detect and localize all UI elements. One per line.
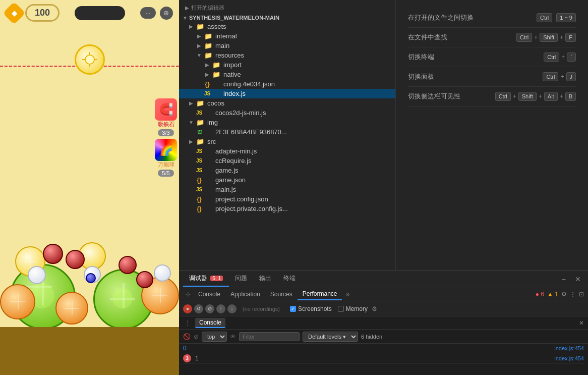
- cherry-1: [43, 244, 63, 264]
- cmd-label-1: 在文件中查找: [408, 33, 447, 42]
- open-editors-label: ▶ 打开的编辑器: [179, 2, 395, 14]
- more-tabs-button[interactable]: »: [342, 289, 354, 300]
- devtools-top-bar: 调试器 6, 1 问题 输出 终端 − ✕: [179, 271, 588, 287]
- panel-tab-performance[interactable]: Performance: [298, 288, 342, 300]
- tree-index-js[interactable]: JSindex.js: [179, 89, 395, 98]
- tree-ccrequire[interactable]: JSccRequire.js: [179, 156, 395, 166]
- console-tab-label[interactable]: Console: [195, 318, 225, 328]
- download-button[interactable]: ↓: [227, 304, 237, 313]
- tree-gamejs[interactable]: JSgame.js: [179, 166, 395, 175]
- console-toolbar: ⋮ Console ✕: [179, 316, 588, 330]
- warn-count-badge: ▲ 1: [547, 291, 558, 298]
- ice-ball-1: [28, 266, 46, 284]
- devtools-window-controls: − ✕: [559, 274, 584, 284]
- memory-option: Memory: [338, 305, 368, 312]
- file-tree: ▶ 打开的编辑器 ▼ SYNTHESIS_WATERMELON-MAIN ▶📁a…: [179, 0, 396, 270]
- reload-record-button[interactable]: ↺: [194, 304, 203, 313]
- panel-tab-console[interactable]: Console: [193, 289, 225, 300]
- tab-output[interactable]: 输出: [253, 271, 277, 287]
- magnet-item[interactable]: 🧲 吸铁石 3/3: [155, 98, 177, 136]
- falling-lemon: [75, 44, 105, 75]
- devtools-panel: 调试器 6, 1 问题 输出 终端 − ✕ ⊹ Console: [179, 270, 588, 375]
- tab-terminal[interactable]: 终端: [277, 271, 302, 287]
- log-link-0[interactable]: index.js:454: [554, 345, 584, 351]
- cherry-2: [66, 250, 85, 269]
- console-filter-icon[interactable]: ⊘: [194, 333, 199, 340]
- close-console-button[interactable]: ✕: [579, 319, 584, 327]
- panel-tab-sources[interactable]: Sources: [265, 289, 298, 300]
- detach-icon[interactable]: ⊡: [579, 291, 584, 298]
- cherry-3: [119, 256, 137, 274]
- cursor-icon[interactable]: ⊹: [183, 291, 193, 298]
- eye-icon[interactable]: 👁: [230, 333, 236, 340]
- dots-button[interactable]: ···: [140, 7, 156, 19]
- console-filter-bar: 🚫 ⊘ top 👁 Default levels ▾ 6 hidden: [179, 330, 588, 344]
- cmd-find-file: 在文件中查找 Ctrl + Shift + F: [408, 28, 576, 47]
- tree-mainjs[interactable]: JSmain.js: [179, 185, 395, 194]
- cmd-label-0: 在打开的文件之间切换: [408, 13, 474, 22]
- orange-left: [0, 284, 35, 319]
- fruits-area: [0, 178, 179, 330]
- memory-checkbox[interactable]: [338, 306, 344, 312]
- upload-button[interactable]: ↑: [216, 304, 225, 313]
- log-link-1[interactable]: index.js:454: [554, 355, 584, 361]
- file-explorer: ▶ 打开的编辑器 ▼ SYNTHESIS_WATERMELON-MAIN ▶📁a…: [179, 0, 588, 270]
- cmd-shortcut-0: Ctrl 1 ~ 9: [537, 13, 576, 22]
- perf-settings-icon[interactable]: ⚙: [372, 305, 377, 312]
- screenshots-label: Screenshots: [298, 305, 332, 312]
- tree-img-file[interactable]: 🖼2F3E6B8A4BE936870...: [179, 127, 395, 137]
- tree-assets[interactable]: ▶📁assets: [179, 22, 395, 31]
- score-value: 100: [35, 8, 50, 18]
- rainbow-item[interactable]: 🌈 万能球 5/5: [155, 139, 177, 177]
- panel-tab-application[interactable]: Application: [225, 289, 265, 300]
- memory-label: Memory: [346, 305, 368, 312]
- cherry-4: [136, 271, 153, 288]
- tree-gamejson[interactable]: {}game.json: [179, 175, 395, 185]
- tree-projectprivate[interactable]: {}project.private.config.js...: [179, 204, 395, 213]
- tree-adapter[interactable]: JSadapter-min.js: [179, 146, 395, 156]
- minimize-button[interactable]: −: [559, 274, 569, 284]
- context-selector[interactable]: top: [202, 332, 227, 342]
- orange-mid: [55, 292, 88, 325]
- log-row-1: 3 1 index.js:454: [183, 353, 584, 364]
- rainbow-label: 万能球: [158, 161, 174, 169]
- error-count-badge: ● 6: [536, 291, 544, 298]
- circle-button[interactable]: ⊕: [160, 7, 173, 20]
- close-devtools-button[interactable]: ✕: [572, 274, 584, 284]
- tree-img[interactable]: ▼📁img: [179, 118, 395, 127]
- log-num-badge-1: 3: [183, 354, 191, 362]
- tree-native[interactable]: ▶📁native: [179, 70, 395, 79]
- tree-main-folder[interactable]: ▶📁main: [179, 41, 395, 50]
- record-button[interactable]: ●: [183, 304, 192, 313]
- tree-src[interactable]: ▶📁src: [179, 137, 395, 146]
- settings-icon[interactable]: ⚙: [561, 291, 567, 298]
- stop-button[interactable]: ⊘: [205, 304, 214, 313]
- console-menu-icon[interactable]: ⋮: [183, 318, 192, 328]
- filter-input[interactable]: [239, 332, 300, 341]
- tree-import[interactable]: ▶📁import: [179, 60, 395, 70]
- root-folder[interactable]: ▼ SYNTHESIS_WATERMELON-MAIN: [179, 14, 395, 22]
- tree-internal[interactable]: ▶📁internal: [179, 31, 395, 41]
- tab-debugger[interactable]: 调试器 6, 1: [183, 271, 229, 287]
- phone-notch: [75, 6, 125, 20]
- magnet-label: 吸铁石: [158, 121, 174, 128]
- screenshots-checkbox[interactable]: ✓: [290, 306, 296, 312]
- console-clear-icon[interactable]: 🚫: [183, 333, 191, 340]
- tab-issues[interactable]: 问题: [229, 271, 253, 287]
- cmd-label-2: 切换终端: [408, 52, 434, 62]
- devtools-panels-bar: ⊹ Console Application Sources Performanc…: [179, 287, 588, 301]
- tree-resources[interactable]: ▼📁resources: [179, 50, 395, 60]
- cmd-switch-files: 在打开的文件之间切换 Ctrl 1 ~ 9: [408, 8, 576, 28]
- log-levels-selector[interactable]: Default levels ▾: [303, 332, 358, 342]
- tree-cocos2d[interactable]: JScocos2d-js-min.js: [179, 108, 395, 118]
- tree-projectconfig[interactable]: {}project.config.json: [179, 194, 395, 204]
- game-top-bar: ◆ 100 ··· ⊕: [0, 0, 179, 26]
- tree-config-json[interactable]: {}config.4e034.json: [179, 79, 395, 89]
- more-options-icon[interactable]: ⋮: [570, 291, 576, 298]
- top-controls: ··· ⊕: [140, 7, 173, 20]
- game-panel: ◆ 100 ··· ⊕ 🧲 吸铁石 3/3 🌈 万能球 5/5: [0, 0, 179, 375]
- tree-cocos[interactable]: ▶📁cocos: [179, 98, 395, 108]
- magnet-count: 3/3: [158, 129, 173, 136]
- perf-toolbar: ● ↺ ⊘ ↑ ↓ (no recordings) ✓ Screenshots …: [179, 301, 588, 316]
- no-recordings-label: (no recordings): [239, 306, 284, 312]
